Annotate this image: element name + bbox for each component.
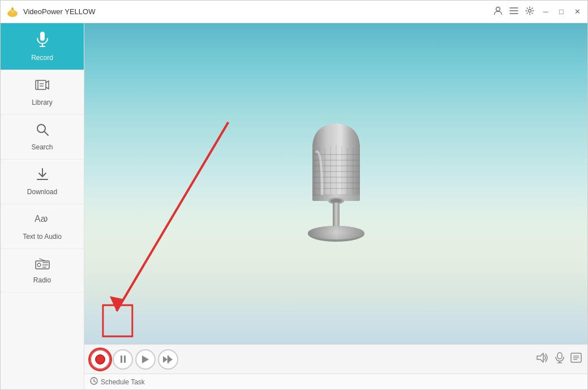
app-title: VideoPower YELLOW xyxy=(23,7,493,16)
schedule-icon xyxy=(90,377,98,387)
sidebar: Record Library xyxy=(1,23,84,389)
content-area: Schedule Task xyxy=(84,23,587,389)
app-logo xyxy=(6,6,19,18)
background-area xyxy=(84,23,587,344)
svg-point-21 xyxy=(37,263,41,267)
record-icon xyxy=(35,31,50,50)
schedule-label[interactable]: Schedule Task xyxy=(101,378,145,386)
microphone-illustration xyxy=(285,115,387,253)
svg-rect-55 xyxy=(557,353,562,359)
library-icon xyxy=(35,78,50,95)
svg-marker-54 xyxy=(537,353,543,362)
sidebar-search-label: Search xyxy=(31,143,53,151)
sidebar-tts-label: Text to Audio xyxy=(23,233,62,241)
close-button[interactable]: ✕ xyxy=(573,7,582,16)
player-bar xyxy=(84,344,587,374)
sidebar-item-radio[interactable]: Radio xyxy=(1,249,84,293)
app-window: VideoPower YELLOW xyxy=(0,0,588,390)
sidebar-download-label: Download xyxy=(27,188,57,196)
sidebar-library-label: Library xyxy=(32,98,53,106)
svg-line-16 xyxy=(44,131,48,135)
settings-icon[interactable] xyxy=(525,6,534,17)
svg-point-44 xyxy=(331,199,342,203)
play-icon xyxy=(142,355,149,363)
sidebar-radio-label: Radio xyxy=(33,276,51,284)
title-bar: VideoPower YELLOW xyxy=(1,1,587,23)
download-icon xyxy=(36,168,49,185)
microphone-icon[interactable] xyxy=(555,352,565,366)
sidebar-item-text-to-audio[interactable]: Aa Text to Audio xyxy=(1,204,84,249)
maximize-button[interactable]: □ xyxy=(557,7,566,16)
record-button[interactable] xyxy=(90,349,110,370)
settings2-icon[interactable] xyxy=(570,353,582,366)
minimize-button[interactable]: ─ xyxy=(541,7,550,16)
search-icon xyxy=(36,123,49,140)
svg-rect-11 xyxy=(36,80,46,89)
svg-point-7 xyxy=(529,10,531,12)
svg-marker-53 xyxy=(168,356,173,363)
main-content: Record Library xyxy=(1,23,587,389)
svg-line-64 xyxy=(94,381,96,382)
player-right-icons xyxy=(537,352,582,366)
schedule-bar: Schedule Task xyxy=(84,374,587,389)
svg-point-2 xyxy=(11,10,14,13)
skip-icon xyxy=(163,355,173,363)
pause-button[interactable] xyxy=(113,349,133,370)
play-button[interactable] xyxy=(135,349,156,370)
skip-button[interactable] xyxy=(158,349,178,370)
pause-icon xyxy=(121,355,126,363)
sidebar-record-label: Record xyxy=(31,54,53,62)
window-controls: ─ □ ✕ xyxy=(493,6,582,17)
svg-text:Aa: Aa xyxy=(35,214,46,224)
svg-point-3 xyxy=(496,7,500,11)
account-icon[interactable] xyxy=(493,6,503,17)
svg-point-47 xyxy=(308,226,364,239)
svg-marker-51 xyxy=(163,356,168,363)
svg-rect-8 xyxy=(40,32,45,41)
sidebar-item-download[interactable]: Download xyxy=(1,160,84,204)
sidebar-item-record[interactable]: Record xyxy=(1,23,84,70)
sidebar-item-library[interactable]: Library xyxy=(1,70,84,115)
sidebar-item-search[interactable]: Search xyxy=(1,115,84,160)
radio-icon xyxy=(35,257,50,273)
list-icon[interactable] xyxy=(509,7,518,16)
volume-icon[interactable] xyxy=(537,353,549,366)
text-to-audio-icon: Aa xyxy=(35,212,50,229)
